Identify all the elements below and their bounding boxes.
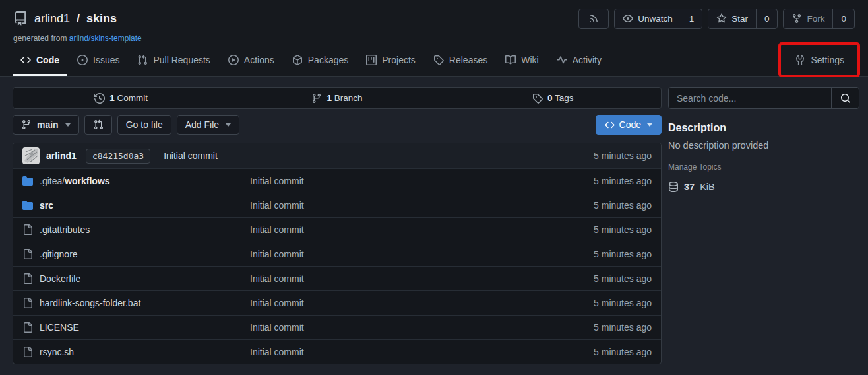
file-icon: [22, 347, 33, 357]
unwatch-label: Unwatch: [638, 14, 673, 24]
tab-code[interactable]: Code: [13, 49, 67, 76]
repo-main-column: 1 Commit 1 Branch 0 Tags main Go to file: [13, 87, 662, 364]
template-repo-link[interactable]: arlind/skins-template: [69, 34, 142, 43]
settings-tab-wrap: Settings: [788, 49, 855, 76]
tab-label: Actions: [244, 55, 274, 65]
commit-author-link[interactable]: arlind1: [46, 151, 77, 161]
generated-from-prefix: generated from: [13, 34, 67, 43]
tab-settings[interactable]: Settings: [788, 49, 852, 76]
description-text: No description provided: [668, 140, 859, 151]
branch-selector[interactable]: main: [13, 115, 79, 135]
add-file-button[interactable]: Add File: [177, 115, 239, 135]
file-name-link[interactable]: src: [40, 200, 53, 211]
star-count[interactable]: 0: [756, 9, 778, 28]
tags-stat[interactable]: 0 Tags: [445, 88, 661, 108]
file-name-link[interactable]: rsync.sh: [40, 347, 74, 357]
search-input[interactable]: [669, 88, 831, 108]
fork-icon: [791, 13, 802, 24]
star-button[interactable]: Star 0: [708, 9, 778, 29]
tab-label: Code: [36, 55, 59, 65]
file-name-link[interactable]: Dockerfile: [40, 273, 80, 284]
tab-activity[interactable]: Activity: [549, 49, 609, 76]
current-branch-name: main: [37, 119, 59, 130]
commits-stat[interactable]: 1 Commit: [13, 88, 229, 108]
code-button-label: Code: [619, 119, 641, 130]
folder-icon: [22, 176, 33, 186]
tab-packages[interactable]: Packages: [285, 49, 356, 76]
file-commit-message[interactable]: Initial commit: [250, 347, 594, 357]
search-button[interactable]: [831, 88, 859, 108]
tag-label: Tags: [555, 93, 574, 103]
repo-name-link[interactable]: skins: [86, 12, 117, 26]
file-row[interactable]: src Initial commit 5 minutes ago: [13, 193, 661, 217]
tab-issues[interactable]: Issues: [70, 49, 127, 76]
watch-count[interactable]: 1: [681, 9, 702, 28]
file-row[interactable]: Dockerfile Initial commit 5 minutes ago: [13, 266, 661, 290]
file-commit-message[interactable]: Initial commit: [250, 298, 594, 308]
file-name-link[interactable]: LICENSE: [40, 322, 79, 333]
avatar[interactable]: [22, 147, 40, 164]
repo-toolbar: main Go to file Add File Code: [13, 115, 662, 135]
file-commit-message[interactable]: Initial commit: [250, 200, 594, 211]
tab-pull-requests[interactable]: Pull Requests: [130, 49, 217, 76]
file-row[interactable]: hardlink-songs-folder.bat Initial commit…: [13, 290, 661, 315]
file-commit-message[interactable]: Initial commit: [250, 249, 594, 259]
search-icon: [840, 93, 851, 104]
file-row[interactable]: rsync.sh Initial commit 5 minutes ago: [13, 339, 661, 364]
file-row[interactable]: .gitignore Initial commit 5 minutes ago: [13, 242, 661, 266]
file-commit-time: 5 minutes ago: [594, 200, 652, 211]
tab-releases[interactable]: Releases: [426, 49, 495, 76]
file-name-link[interactable]: workflows: [65, 176, 109, 186]
go-to-file-label: Go to file: [126, 119, 163, 130]
tag-icon: [532, 93, 543, 104]
rss-button[interactable]: [578, 9, 609, 29]
repo-stats-bar: 1 Commit 1 Branch 0 Tags: [13, 87, 662, 109]
tab-wiki[interactable]: Wiki: [498, 49, 545, 76]
star-icon: [716, 13, 727, 24]
repo-size-row: 37 KiB: [668, 182, 859, 192]
branch-count: 1: [326, 93, 332, 103]
chevron-down-icon: [226, 123, 231, 127]
tab-actions[interactable]: Actions: [221, 49, 282, 76]
repo-owner-link[interactable]: arlind1: [34, 12, 70, 26]
file-commit-time: 5 minutes ago: [594, 249, 652, 259]
code-icon: [605, 120, 615, 130]
file-commit-message[interactable]: Initial commit: [250, 224, 594, 235]
repo-icon: [13, 11, 28, 26]
file-row[interactable]: .gitea/workflows Initial commit 5 minute…: [13, 168, 661, 193]
package-icon: [292, 55, 303, 65]
file-commit-message[interactable]: Initial commit: [250, 273, 594, 284]
commit-hash-link[interactable]: c84215d0a3: [86, 149, 150, 164]
file-name-link[interactable]: .gitattributes: [40, 224, 90, 235]
file-row[interactable]: LICENSE Initial commit 5 minutes ago: [13, 315, 661, 339]
file-row[interactable]: .gitattributes Initial commit 5 minutes …: [13, 217, 661, 242]
file-name-link[interactable]: hardlink-songs-folder.bat: [40, 298, 140, 308]
file-commit-message[interactable]: Initial commit: [250, 322, 594, 333]
repo-title-separator: /: [77, 12, 80, 26]
commit-message-link[interactable]: Initial commit: [164, 151, 218, 161]
fork-label: Fork: [807, 14, 824, 24]
code-download-button[interactable]: Code: [596, 115, 662, 135]
git-compare-icon: [93, 119, 104, 130]
code-icon: [20, 55, 31, 65]
file-commit-time: 5 minutes ago: [594, 347, 652, 357]
eye-icon: [623, 13, 633, 24]
tab-label: Pull Requests: [153, 55, 210, 65]
code-search-box: [668, 87, 859, 109]
fork-count[interactable]: 0: [832, 9, 854, 28]
file-icon: [22, 322, 33, 333]
file-table: arlind1 c84215d0a3 Initial commit 5 minu…: [13, 143, 662, 364]
compare-button[interactable]: [84, 115, 112, 135]
watch-button[interactable]: Unwatch 1: [614, 9, 702, 29]
go-to-file-button[interactable]: Go to file: [117, 115, 171, 135]
file-commit-message[interactable]: Initial commit: [250, 176, 594, 186]
fork-button[interactable]: Fork 0: [783, 9, 855, 29]
tab-label: Activity: [573, 55, 602, 65]
folder-icon: [22, 200, 33, 211]
branches-stat[interactable]: 1 Branch: [229, 88, 445, 108]
manage-topics-link[interactable]: Manage Topics: [668, 162, 859, 172]
file-name-link[interactable]: .gitignore: [40, 249, 78, 259]
branch-label: Branch: [334, 93, 363, 103]
file-path-prefix[interactable]: .gitea/: [40, 176, 65, 186]
tab-projects[interactable]: Projects: [359, 49, 423, 76]
